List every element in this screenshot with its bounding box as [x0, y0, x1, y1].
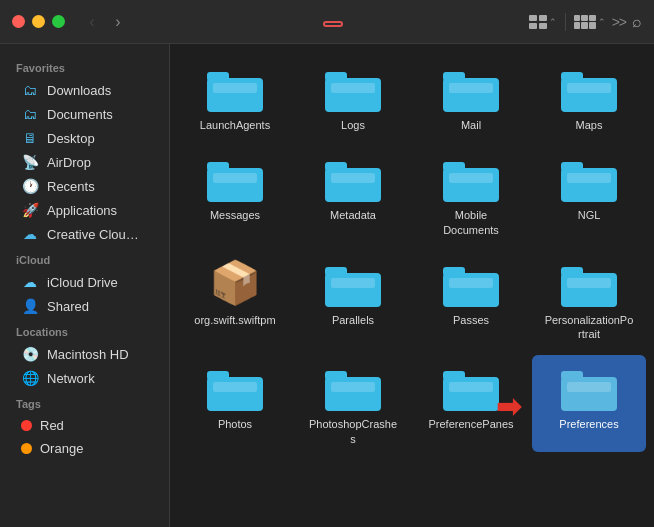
sidebar-icon-shared: 👤	[21, 298, 39, 314]
svg-rect-26	[331, 278, 375, 288]
sidebar-item-documents[interactable]: 🗂Documents	[5, 102, 164, 126]
sidebar-section-favorites: Favorites	[0, 54, 169, 78]
sidebar-item-creative-cloud[interactable]: ☁Creative Clou…	[5, 222, 164, 246]
file-item-ngl[interactable]: NGL	[532, 146, 646, 243]
sidebar-item-downloads[interactable]: 🗂Downloads	[5, 78, 164, 102]
sidebar-label-tag-orange: Orange	[40, 441, 83, 456]
svg-rect-32	[567, 278, 611, 288]
sidebar-label-macintosh-hd: Macintosh HD	[47, 347, 129, 362]
main-content: Favorites🗂Downloads🗂Documents🖥Desktop📡Ai…	[0, 44, 654, 527]
file-label-messages: Messages	[210, 208, 260, 222]
sidebar: Favorites🗂Downloads🗂Documents🖥Desktop📡Ai…	[0, 44, 170, 527]
folder-icon-photoshop	[323, 361, 383, 413]
file-label-personalization: PersonalizationPortrait	[544, 313, 634, 342]
sidebar-item-macintosh-hd[interactable]: 💿Macintosh HD	[5, 342, 164, 366]
minimize-button[interactable]	[32, 15, 45, 28]
sidebar-label-shared: Shared	[47, 299, 89, 314]
file-label-swift-pm: org.swift.swiftpm	[194, 313, 275, 327]
folder-icon-passes	[441, 257, 501, 309]
sidebar-label-documents: Documents	[47, 107, 113, 122]
overflow-button[interactable]: >>	[612, 14, 626, 30]
sidebar-item-applications[interactable]: 🚀Applications	[5, 198, 164, 222]
file-item-logs[interactable]: Logs	[296, 56, 410, 138]
file-item-pref-panes[interactable]: PreferencePanes	[414, 355, 528, 452]
sidebar-section-locations: Locations	[0, 318, 169, 342]
sidebar-item-airdrop[interactable]: 📡AirDrop	[5, 150, 164, 174]
sidebar-label-network: Network	[47, 371, 95, 386]
folder-icon-metadata	[323, 152, 383, 204]
svg-rect-5	[331, 83, 375, 93]
maximize-button[interactable]	[52, 15, 65, 28]
file-item-mobile-docs[interactable]: Mobile Documents	[414, 146, 528, 243]
file-item-parallels[interactable]: Parallels	[296, 251, 410, 348]
file-item-photos[interactable]: Photos	[178, 355, 292, 452]
file-item-personalization[interactable]: PersonalizationPortrait	[532, 251, 646, 348]
sidebar-label-airdrop: AirDrop	[47, 155, 91, 170]
sidebar-item-icloud-drive[interactable]: ☁iCloud Drive	[5, 270, 164, 294]
box-folder-icon: 📦	[205, 257, 265, 309]
folder-icon-maps	[559, 62, 619, 114]
file-label-mail: Mail	[461, 118, 481, 132]
back-button[interactable]: ‹	[81, 11, 103, 33]
file-item-mail[interactable]: Mail	[414, 56, 528, 138]
sidebar-icon-desktop: 🖥	[21, 130, 39, 146]
gallery-view-button[interactable]: ⌃	[574, 15, 606, 29]
file-label-ngl: NGL	[578, 208, 601, 222]
svg-rect-8	[449, 83, 493, 93]
sidebar-icon-creative-cloud: ☁	[21, 226, 39, 242]
sidebar-label-creative-cloud: Creative Clou…	[47, 227, 139, 242]
grid-view-button[interactable]: ⌃	[529, 15, 557, 29]
file-label-parallels: Parallels	[332, 313, 374, 327]
file-item-photoshop[interactable]: PhotoshopCrashes	[296, 355, 410, 452]
file-item-launch-agents[interactable]: LaunchAgents	[178, 56, 292, 138]
folder-icon-launch-agents	[205, 62, 265, 114]
svg-rect-38	[331, 382, 375, 392]
sidebar-icon-applications: 🚀	[21, 202, 39, 218]
file-item-messages[interactable]: Messages	[178, 146, 292, 243]
file-label-mobile-docs: Mobile Documents	[426, 208, 516, 237]
file-label-photoshop: PhotoshopCrashes	[308, 417, 398, 446]
file-label-pref-panes: PreferencePanes	[429, 417, 514, 431]
file-item-maps[interactable]: Maps	[532, 56, 646, 138]
toolbar-separator	[565, 13, 566, 31]
sidebar-item-desktop[interactable]: 🖥Desktop	[5, 126, 164, 150]
folder-icon-photos	[205, 361, 265, 413]
file-grid: LaunchAgentsLogsMailMapsMessagesMetadata…	[178, 56, 646, 452]
sidebar-item-recents[interactable]: 🕐Recents	[5, 174, 164, 198]
close-button[interactable]	[12, 15, 25, 28]
toolbar-right: ⌃ ⌃ >> ⌕	[529, 13, 642, 31]
file-item-passes[interactable]: Passes	[414, 251, 528, 348]
file-label-maps: Maps	[576, 118, 603, 132]
sidebar-label-downloads: Downloads	[47, 83, 111, 98]
title-bar: ‹ › ⌃ ⌃ >> ⌕	[0, 0, 654, 44]
sidebar-item-network[interactable]: 🌐Network	[5, 366, 164, 390]
sidebar-icon-icloud-drive: ☁	[21, 274, 39, 290]
sidebar-item-tag-red[interactable]: Red	[5, 414, 164, 437]
tag-dot-tag-red	[21, 420, 32, 431]
sidebar-item-tag-orange[interactable]: Orange	[5, 437, 164, 460]
tag-dot-tag-orange	[21, 443, 32, 454]
sidebar-icon-network: 🌐	[21, 370, 39, 386]
folder-icon-ngl	[559, 152, 619, 204]
sidebar-item-shared[interactable]: 👤Shared	[5, 294, 164, 318]
nav-buttons: ‹ ›	[81, 11, 129, 33]
sidebar-label-tag-red: Red	[40, 418, 64, 433]
folder-icon-parallels	[323, 257, 383, 309]
sidebar-label-applications: Applications	[47, 203, 117, 218]
file-item-metadata[interactable]: Metadata	[296, 146, 410, 243]
sidebar-section-tags: Tags	[0, 390, 169, 414]
svg-rect-23	[567, 173, 611, 183]
file-label-launch-agents: LaunchAgents	[200, 118, 270, 132]
forward-button[interactable]: ›	[107, 11, 129, 33]
window-controls	[12, 15, 65, 28]
sidebar-icon-documents: 🗂	[21, 106, 39, 122]
folder-icon-mobile-docs	[441, 152, 501, 204]
search-button[interactable]: ⌕	[632, 13, 642, 31]
file-label-metadata: Metadata	[330, 208, 376, 222]
file-item-preferences[interactable]: Preferences	[532, 355, 646, 452]
window-title	[137, 14, 529, 30]
file-label-passes: Passes	[453, 313, 489, 327]
file-item-swift-pm[interactable]: 📦org.swift.swiftpm	[178, 251, 292, 348]
svg-rect-41	[449, 382, 493, 392]
svg-rect-11	[567, 83, 611, 93]
